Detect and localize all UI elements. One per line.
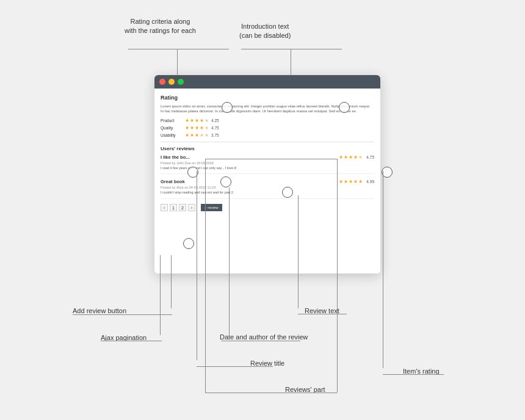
review-rating-1: ★ ★ ★ ★ ★ 4.75 — [339, 154, 374, 160]
add-review-line-v — [171, 255, 172, 308]
star: ★ — [185, 125, 189, 131]
star: ★ — [339, 179, 343, 184]
star: ★ — [349, 154, 353, 160]
reviews-part-line-h — [205, 393, 337, 393]
ajax-pagination-line-h — [101, 341, 162, 341]
review-meta-2: Posted by Alice on 04-03-2015 11:23 — [161, 186, 374, 189]
intro-text-line-h — [241, 49, 342, 49]
review-stars-1: ★ ★ ★ ★ ★ — [339, 154, 363, 160]
maximize-dot[interactable] — [178, 79, 184, 85]
star: ★ — [344, 154, 348, 160]
ajax-pagination-annotation: Ajax pagination — [101, 333, 147, 342]
reviews-part-box-top — [205, 159, 337, 159]
date-author-marker — [220, 176, 231, 187]
review-text-line-h — [298, 314, 347, 314]
rating-section-title: Rating — [161, 95, 374, 101]
rating-value-quality: 4.75 — [211, 126, 219, 130]
review-title-line-h — [197, 366, 273, 367]
reviews-section-title: Users' reviews — [161, 146, 374, 151]
stars-product: ★ ★ ★ ★ ★ — [185, 118, 209, 123]
review-title-1: I like the bo... — [161, 154, 190, 160]
review-rating-value-1: 4.75 — [366, 155, 374, 159]
stars-quality: ★ ★ ★ ★ ★ — [185, 125, 209, 131]
review-rating-value-2: 4.99 — [366, 179, 374, 184]
rating-row-usability: Usability ★ ★ ★ ★ ★ 3.75 — [161, 132, 374, 138]
review-rating-2: ★ ★ ★ ★ ★ 4.99 — [339, 179, 374, 184]
rating-row-quality: Quality ★ ★ ★ ★ ★ 4.75 — [161, 125, 374, 131]
rating-section: Rating Lorem ipsum dolor sit amet, conse… — [161, 95, 374, 138]
page-2-button[interactable]: 2 — [179, 204, 186, 211]
star: ★ — [195, 118, 199, 123]
reviews-section: Users' reviews I like the bo... ★ ★ ★ ★ … — [161, 146, 374, 211]
review-title-annotation: Review title — [250, 359, 284, 368]
close-dot[interactable] — [159, 79, 165, 85]
rating-criteria-line-v — [177, 49, 178, 76]
star: ★ — [190, 118, 194, 123]
rating-value-usability: 3.75 — [211, 133, 219, 137]
section-divider — [161, 142, 374, 142]
intro-text-annotation: Introduction text (can be disabled) — [239, 22, 291, 41]
rating-label-usability: Usability — [161, 133, 185, 137]
star: ★ — [205, 125, 209, 131]
star: ★ — [339, 154, 343, 160]
main-container: Rating Lorem ipsum dolor sit amet, conse… — [0, 0, 525, 420]
star: ★ — [353, 154, 358, 160]
review-item-2: Great book ★ ★ ★ ★ ★ 4.99 Pos — [161, 179, 374, 199]
ajax-pagination-line-v — [160, 255, 161, 335]
items-rating-annotation: Item's rating — [403, 367, 440, 376]
review-stars-2: ★ ★ ★ ★ ★ — [339, 179, 363, 184]
star: ★ — [185, 132, 189, 138]
rating-value-product: 4.25 — [211, 118, 219, 123]
star: ★ — [205, 118, 209, 123]
star: ★ — [205, 132, 209, 138]
star: ★ — [349, 179, 353, 184]
review-meta-1: Posted by John Doe on 19-03-2019 — [161, 161, 374, 165]
review-text-marker — [282, 187, 293, 198]
page-1-button[interactable]: 1 — [170, 204, 177, 211]
date-author-line-h — [221, 341, 300, 341]
star: ★ — [200, 125, 204, 131]
star: ★ — [190, 132, 194, 138]
star: ★ — [190, 125, 194, 131]
add-review-button[interactable]: + review — [201, 204, 222, 211]
minimize-dot[interactable] — [168, 79, 175, 85]
browser-titlebar — [154, 75, 380, 89]
review-text-annotation: Review text — [305, 306, 339, 316]
rating-criteria-line-h — [128, 49, 229, 49]
pagination-row: ‹ 1 2 › + review — [161, 204, 374, 211]
reviews-part-line-v — [205, 159, 206, 393]
items-rating-line-v — [383, 171, 383, 368]
items-rating-line-h — [383, 374, 444, 375]
star: ★ — [358, 179, 363, 184]
date-author-line-v — [229, 187, 230, 335]
reviews-part-annotation: Reviews' part — [285, 385, 325, 394]
add-review-line-h — [73, 314, 172, 315]
rating-label-product: Product — [161, 118, 185, 123]
intro-text-marker — [339, 102, 350, 113]
star: ★ — [185, 118, 189, 123]
intro-text-line-v — [291, 49, 291, 76]
star: ★ — [344, 179, 348, 184]
rating-criteria-annotation: Rating criteria along with the ratings f… — [125, 17, 196, 36]
star: ★ — [353, 179, 358, 184]
rating-criteria-marker — [222, 102, 233, 113]
rating-row-product: Product ★ ★ ★ ★ ★ 4.25 — [161, 118, 374, 123]
star: ★ — [195, 132, 199, 138]
star: ★ — [200, 132, 204, 138]
star: ★ — [358, 154, 363, 160]
reviews-part-line-v2 — [337, 159, 338, 393]
add-review-marker — [183, 238, 194, 249]
review-title-line-v — [197, 171, 197, 360]
star: ★ — [195, 125, 199, 131]
rating-label-quality: Quality — [161, 126, 185, 130]
prev-page-button[interactable]: ‹ — [161, 204, 168, 211]
star: ★ — [200, 118, 204, 123]
review-header-2: Great book ★ ★ ★ ★ ★ 4.99 — [161, 179, 374, 184]
review-text-line-v — [298, 195, 299, 308]
stars-usability: ★ ★ ★ ★ ★ — [185, 132, 209, 138]
review-body-2: I couldn't stop reading and can not wait… — [161, 190, 374, 195]
review-title-2: Great book — [161, 179, 185, 184]
next-page-button[interactable]: › — [188, 204, 195, 211]
